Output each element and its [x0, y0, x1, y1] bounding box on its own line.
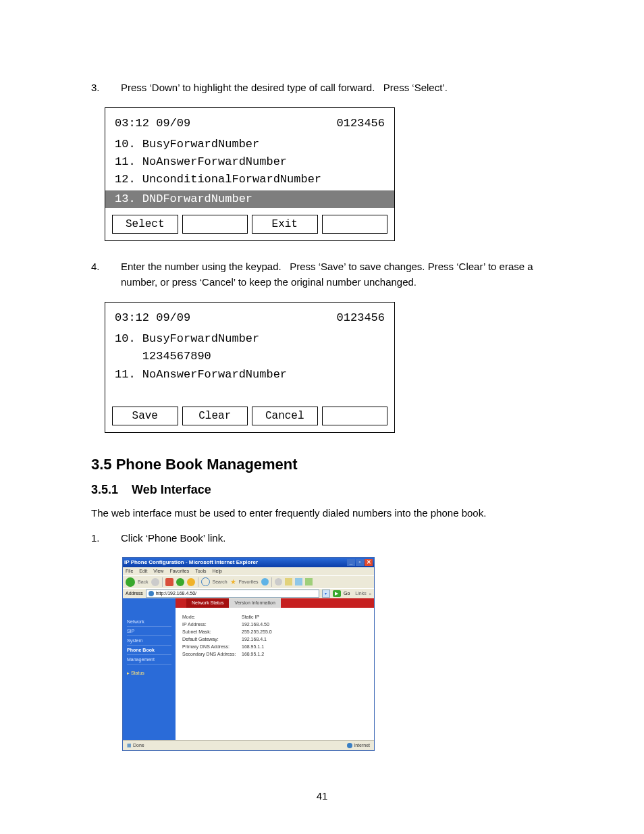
lcd2-value: 1234567890	[105, 348, 394, 365]
lcd1-line-13-selected: 13. DNDForwardNumber	[105, 190, 394, 208]
tab-version-info[interactable]: Version Information	[229, 598, 280, 608]
window-title: IP Phone Configuration - Microsoft Inter…	[124, 559, 258, 565]
tab-bar: Network Status Version Information	[176, 598, 374, 608]
lcd1-line-10: 10. BusyForwardNumber	[105, 136, 394, 153]
softkey-exit[interactable]: Exit	[252, 215, 318, 234]
print-icon[interactable]	[285, 578, 292, 585]
nav-management[interactable]: Management	[127, 655, 171, 664]
done-icon: ▦	[127, 743, 132, 748]
history-icon[interactable]	[261, 578, 269, 585]
favorites-icon[interactable]: ★	[230, 578, 236, 585]
go-button[interactable]: ▶	[333, 590, 341, 597]
menu-help[interactable]: Help	[213, 569, 222, 573]
home-icon[interactable]	[187, 578, 195, 586]
tab-network-status[interactable]: Network Status	[186, 598, 229, 608]
address-label: Address	[126, 591, 143, 596]
step-4: 4. Enter the number using the keypad. Pr…	[91, 259, 563, 290]
softkey-select[interactable]: Select	[112, 215, 178, 234]
forward-icon[interactable]	[151, 578, 159, 586]
browser-statusbar: ▦ Done Internet	[123, 740, 374, 750]
address-bar: Address http://192.168.4.50/ ▾ ▶ Go Link…	[123, 588, 374, 598]
dropdown-icon[interactable]: ▾	[322, 590, 330, 598]
lcd-screen-2: 03:12 09/09 0123456 10. BusyForwardNumbe…	[105, 302, 395, 433]
edit-icon[interactable]	[295, 578, 302, 585]
lcd-screen-1: 03:12 09/09 0123456 10. BusyForwardNumbe…	[105, 107, 395, 241]
lcd2-time: 03:12 09/09	[115, 309, 190, 327]
nav-system[interactable]: System	[127, 636, 171, 646]
page-number: 41	[0, 790, 644, 802]
sidebar-nav: Network SIP System Phone Book Management…	[123, 598, 176, 740]
menu-view[interactable]: View	[153, 569, 163, 573]
softkey-clear[interactable]: Clear	[182, 407, 248, 425]
step-number: 4.	[91, 259, 121, 290]
separator-icon	[162, 577, 163, 587]
kv-mode: Mode:Static IP	[176, 613, 374, 621]
maximize-icon[interactable]: ▫	[356, 559, 364, 566]
softkey-cancel[interactable]: Cancel	[252, 407, 318, 425]
favorites-label: Favorites	[239, 579, 259, 584]
kv-mask: Subnet Mask:255.255.255.0	[176, 628, 374, 635]
lcd2-line-10: 10. BusyForwardNumber	[105, 330, 394, 348]
back-label: Back	[138, 579, 149, 584]
menu-file[interactable]: File	[126, 569, 133, 573]
mail-icon[interactable]	[275, 578, 282, 585]
menu-bar: File Edit View Favorites Tools Help	[123, 567, 374, 575]
window-titlebar: IP Phone Configuration - Microsoft Inter…	[123, 558, 374, 567]
intro-text: The web interface must be used to enter …	[91, 505, 563, 521]
step-3: 3. Press ‘Down’ to highlight the desired…	[91, 80, 563, 95]
step-text: Click ‘Phone Book’ link.	[121, 530, 563, 546]
lcd1-line-12: 12. UnconditionalForwardNumber	[105, 171, 394, 188]
back-icon[interactable]	[126, 577, 135, 587]
lcd2-id: 0123456	[337, 309, 385, 327]
lcd1-id: 0123456	[337, 115, 385, 132]
section-heading: 3.5 Phone Book Management	[91, 456, 563, 473]
separator-icon	[198, 577, 198, 587]
kv-dns1: Primary DNS Address:168.95.1.1	[176, 643, 374, 650]
refresh-icon[interactable]	[176, 578, 184, 586]
discuss-icon[interactable]	[305, 578, 313, 585]
toolbar: Back Search ★ Favorites	[123, 575, 374, 588]
subsection-heading: 3.5.1 Web Interface	[91, 483, 563, 497]
lcd1-softkeys: Select Exit	[105, 209, 394, 234]
minimize-icon[interactable]: _	[347, 559, 355, 566]
stop-icon[interactable]	[165, 578, 173, 586]
lcd2-line-11: 11. NoAnswerForwardNumber	[105, 366, 394, 384]
lcd1-line-11: 11. NoAnswerForwardNumber	[105, 153, 394, 171]
search-label: Search	[213, 579, 227, 584]
step-number: 3.	[91, 80, 121, 95]
address-input[interactable]: http://192.168.4.50/	[146, 590, 319, 598]
step-text: Press ‘Down’ to highlight the desired ty…	[121, 80, 563, 95]
ie-page-icon	[149, 591, 154, 596]
nav-status[interactable]: ▸ Status	[127, 669, 171, 678]
kv-dns2: Secondary DNS Address:168.95.1.2	[176, 650, 374, 658]
main-content: Network Status Version Information Mode:…	[176, 598, 374, 740]
close-icon[interactable]: ✕	[365, 559, 373, 566]
nav-network[interactable]: Network	[127, 617, 171, 627]
menu-edit[interactable]: Edit	[139, 569, 147, 573]
menu-tools[interactable]: Tools	[195, 569, 206, 573]
internet-zone-icon	[347, 743, 352, 748]
kv-gateway: Default Gateway:192.168.4.1	[176, 635, 374, 643]
lcd2-softkeys: Save Clear Cancel	[105, 401, 394, 425]
links-label[interactable]: Links	[355, 591, 366, 596]
nav-phonebook[interactable]: Phone Book	[127, 646, 171, 655]
step-number: 1.	[91, 530, 121, 546]
search-icon[interactable]	[201, 577, 210, 586]
lcd2-blank	[105, 384, 394, 401]
softkey-blank-4[interactable]	[322, 407, 388, 425]
address-url: http://192.168.4.50/	[156, 591, 196, 596]
softkey-blank-4[interactable]	[322, 215, 388, 234]
status-zone: Internet	[354, 743, 370, 748]
lcd1-time: 03:12 09/09	[115, 115, 190, 132]
softkey-save[interactable]: Save	[112, 407, 178, 425]
nav-sip[interactable]: SIP	[127, 627, 171, 636]
chevron-icon[interactable]: »	[369, 592, 371, 596]
status-done: Done	[133, 743, 144, 748]
browser-screenshot: IP Phone Configuration - Microsoft Inter…	[122, 557, 375, 751]
kv-ip: IP Address:192.168.4.50	[176, 621, 374, 628]
menu-favorites[interactable]: Favorites	[169, 569, 189, 573]
go-label: Go	[344, 591, 350, 596]
step-1: 1. Click ‘Phone Book’ link.	[91, 530, 563, 546]
step-text: Enter the number using the keypad. Press…	[121, 259, 563, 290]
softkey-blank-2[interactable]	[182, 215, 248, 234]
